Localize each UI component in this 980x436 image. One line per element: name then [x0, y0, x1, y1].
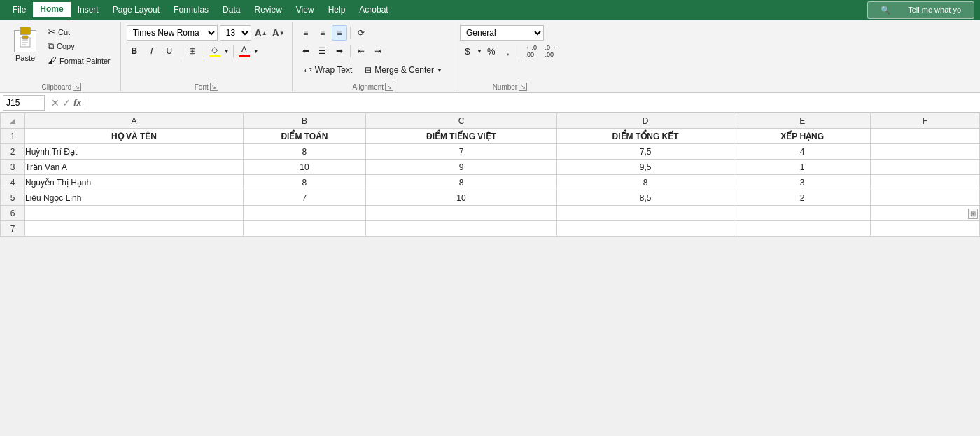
align-top-center-button[interactable]: ≡	[315, 25, 330, 41]
list-item[interactable]	[734, 221, 871, 237]
font-shrink-button[interactable]: A▼	[271, 25, 286, 41]
menu-help[interactable]: Help	[321, 3, 353, 17]
row-header-4[interactable]: 4	[1, 175, 25, 190]
list-item[interactable]: Liêu Ngọc Linh	[25, 190, 244, 206]
copy-button[interactable]: ⧉ Copy	[43, 39, 115, 53]
align-left-button[interactable]: ⬅	[298, 43, 314, 59]
number-dialog-launcher[interactable]: ↘	[519, 83, 527, 91]
list-item[interactable]: 8	[366, 175, 557, 190]
list-item[interactable]	[871, 144, 980, 160]
increase-decimal-button[interactable]: ←.0.00	[522, 43, 540, 59]
comma-button[interactable]: ,	[500, 43, 516, 59]
confirm-formula-icon[interactable]: ✓	[62, 97, 71, 108]
menu-review[interactable]: Review	[247, 3, 288, 17]
col-header-b[interactable]: B	[243, 113, 365, 129]
italic-button[interactable]: I	[144, 43, 160, 59]
font-color-button[interactable]: A	[237, 45, 251, 57]
list-item[interactable]: 7	[366, 144, 557, 160]
row-header-6[interactable]: 6	[1, 206, 25, 221]
list-item[interactable]: 1	[734, 160, 871, 175]
list-item[interactable]: Trần Văn A	[25, 160, 244, 175]
currency-dropdown[interactable]: ▼	[477, 48, 482, 55]
list-item[interactable]: 10	[366, 190, 557, 206]
fill-color-button[interactable]: ◇	[208, 45, 222, 57]
list-item[interactable]	[871, 160, 980, 175]
merge-center-button[interactable]: ⊟ Merge & Center ▼	[359, 63, 448, 77]
alignment-dialog-launcher[interactable]: ↘	[385, 83, 393, 91]
menu-page-layout[interactable]: Page Layout	[106, 3, 167, 17]
quick-analysis-icon[interactable]: ⊞	[968, 209, 978, 219]
menu-acrobat[interactable]: Acrobat	[352, 3, 395, 17]
align-center-button[interactable]: ☰	[315, 43, 330, 59]
list-item[interactable]: Nguyễn Thị Hạnh	[25, 175, 244, 190]
list-item[interactable]	[871, 221, 980, 237]
list-item[interactable]: ĐIỂM TOÁN	[243, 129, 365, 144]
menu-view[interactable]: View	[289, 3, 321, 17]
align-top-left-button[interactable]: ≡	[298, 25, 314, 41]
list-item[interactable]	[871, 175, 980, 190]
font-name-select[interactable]: Times New Roma	[127, 25, 218, 41]
list-item[interactable]: Huỳnh Trí Đạt	[25, 144, 244, 160]
list-item[interactable]	[366, 221, 557, 237]
font-dialog-launcher[interactable]: ↘	[210, 83, 218, 91]
list-item[interactable]: XẾP HẠNG	[734, 129, 871, 144]
merge-dropdown-icon[interactable]: ▼	[437, 67, 442, 73]
list-item[interactable]: HỌ VÀ TÊN	[25, 129, 244, 144]
percent-button[interactable]: %	[484, 43, 499, 59]
number-format-select[interactable]: General	[460, 25, 544, 41]
list-item[interactable]	[25, 221, 244, 237]
list-item[interactable]	[243, 221, 365, 237]
angle-text-button[interactable]: ⟳	[354, 25, 369, 41]
list-item[interactable]	[366, 206, 557, 221]
list-item[interactable]: ĐIỂM TIẾNG VIỆT	[366, 129, 557, 144]
list-item[interactable]: 7,5	[556, 144, 734, 160]
list-item[interactable]	[871, 129, 980, 144]
format-painter-button[interactable]: 🖌 Format Painter	[43, 54, 115, 67]
list-item[interactable]	[734, 206, 871, 221]
currency-button[interactable]: $	[460, 43, 475, 59]
fill-color-dropdown[interactable]: ▼	[224, 48, 230, 55]
decrease-indent-button[interactable]: ⇤	[354, 43, 369, 59]
font-size-select[interactable]: 13	[220, 25, 251, 41]
col-header-d[interactable]: D	[556, 113, 734, 129]
list-item[interactable]: 4	[734, 144, 871, 160]
list-item[interactable]: 7	[243, 190, 365, 206]
list-item[interactable]: 2	[734, 190, 871, 206]
list-item[interactable]: 9	[366, 160, 557, 175]
list-item[interactable]: ⊞	[871, 206, 980, 221]
font-grow-button[interactable]: A▲	[253, 25, 269, 41]
menu-home[interactable]: Home	[33, 2, 70, 17]
increase-indent-button[interactable]: ⇥	[370, 43, 386, 59]
list-item[interactable]: 9,5	[556, 160, 734, 175]
list-item[interactable]: 10	[243, 160, 365, 175]
row-header-2[interactable]: 2	[1, 144, 25, 160]
wrap-text-button[interactable]: ⮐ Wrap Text	[298, 63, 358, 77]
list-item[interactable]: 8	[243, 175, 365, 190]
paste-button[interactable]: Paste	[8, 25, 42, 67]
row-header-5[interactable]: 5	[1, 190, 25, 206]
list-item[interactable]: 8	[243, 144, 365, 160]
list-item[interactable]	[25, 206, 244, 221]
bold-button[interactable]: B	[127, 43, 142, 59]
row-header-7[interactable]: 7	[1, 221, 25, 237]
font-color-dropdown[interactable]: ▼	[253, 48, 259, 55]
cut-button[interactable]: ✂ Cut	[43, 25, 115, 38]
list-item[interactable]	[556, 206, 734, 221]
list-item[interactable]: 3	[734, 175, 871, 190]
list-item[interactable]: 8,5	[556, 190, 734, 206]
search-box[interactable]: 🔍 Tell me what yo	[867, 1, 974, 19]
list-item[interactable]: 8	[556, 175, 734, 190]
cell-reference-input[interactable]	[3, 95, 45, 111]
col-header-e[interactable]: E	[734, 113, 871, 129]
align-top-right-button[interactable]: ≡	[332, 25, 347, 41]
col-header-f[interactable]: F	[871, 113, 980, 129]
col-header-c[interactable]: C	[366, 113, 557, 129]
cancel-formula-icon[interactable]: ✕	[51, 97, 59, 108]
col-header-a[interactable]: A	[25, 113, 244, 129]
menu-file[interactable]: File	[6, 3, 33, 17]
formula-input[interactable]	[88, 97, 977, 109]
list-item[interactable]: ĐIỂM TỔNG KẾT	[556, 129, 734, 144]
list-item[interactable]	[871, 190, 980, 206]
insert-function-icon[interactable]: fx	[74, 97, 82, 108]
menu-formulas[interactable]: Formulas	[167, 3, 216, 17]
